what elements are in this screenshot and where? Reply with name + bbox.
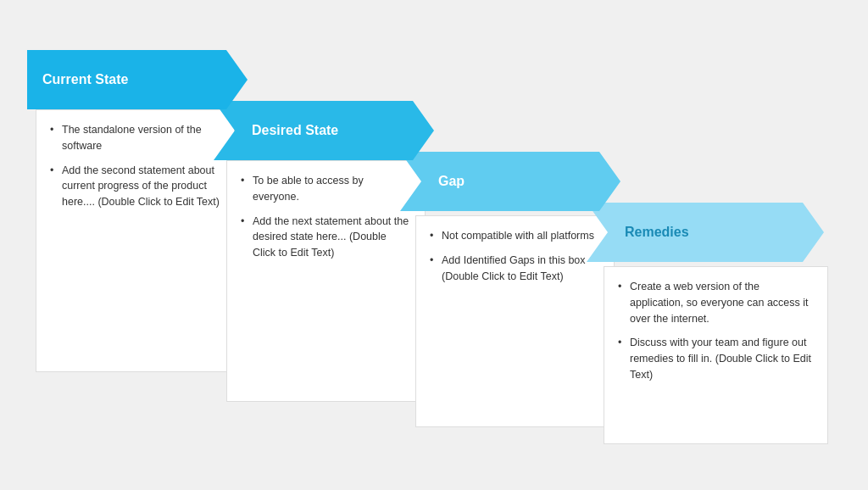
- remedies-title: Remedies: [625, 225, 689, 240]
- remedies-bullet-2: Discuss with your team and figure out re…: [618, 335, 814, 382]
- gap-box[interactable]: Not compatible with all platforms Add Id…: [415, 215, 615, 427]
- gap-bullet-2: Add Identified Gaps in this box (Double …: [430, 253, 600, 285]
- desired-state-box[interactable]: To be able to access by everyone. Add th…: [226, 160, 426, 402]
- gap-arrow: Gap: [400, 152, 620, 211]
- desired-state-title: Desired State: [252, 123, 338, 138]
- desired-state-arrow: Desired State: [214, 101, 434, 160]
- remedies-arrow: Remedies: [587, 203, 824, 262]
- current-state-arrow: Current State: [27, 50, 248, 109]
- remedies-bullet-1: Create a web version of the application,…: [618, 279, 814, 326]
- gap-title: Gap: [438, 174, 465, 189]
- desired-state-bullet-2: Add the next statement about the desired…: [241, 214, 411, 261]
- current-state-box[interactable]: The standalone version of the software A…: [36, 109, 235, 372]
- current-state-bullet-1: The standalone version of the software: [50, 122, 220, 154]
- desired-state-bullet-1: To be able to access by everyone.: [241, 173, 411, 205]
- diagram-container: Current State Desired State Gap Remedies…: [27, 33, 841, 457]
- current-state-bullet-2: Add the second statement about current p…: [50, 163, 220, 210]
- gap-bullet-1: Not compatible with all platforms: [430, 228, 600, 244]
- remedies-box[interactable]: Create a web version of the application,…: [604, 266, 828, 444]
- current-state-title: Current State: [42, 72, 128, 87]
